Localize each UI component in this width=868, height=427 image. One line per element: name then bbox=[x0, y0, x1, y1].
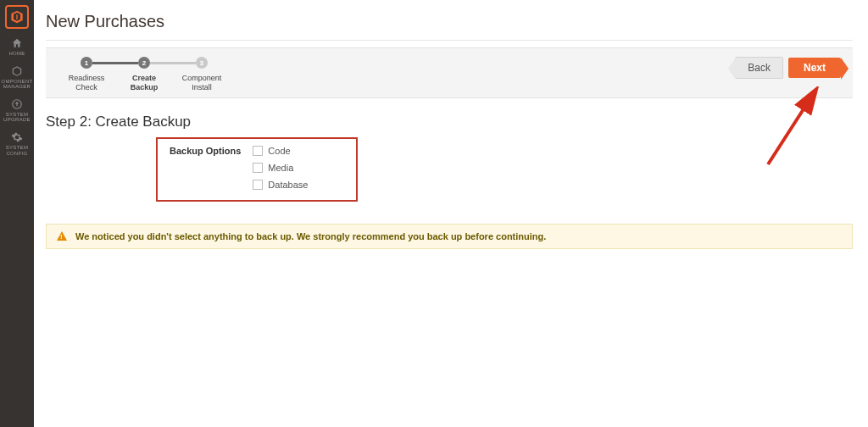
option-label: Code bbox=[268, 146, 290, 156]
checkbox-icon bbox=[253, 146, 263, 156]
nav-system-upgrade[interactable]: SYSTEM UPGRADE bbox=[3, 98, 31, 123]
back-button[interactable]: Back bbox=[735, 57, 783, 79]
step-label: Component Install bbox=[173, 74, 231, 92]
divider bbox=[46, 40, 853, 41]
backup-option-code[interactable]: Code bbox=[253, 146, 308, 156]
wizard-nav-buttons: Back Next bbox=[735, 57, 841, 79]
nav-label: HOME bbox=[8, 51, 25, 57]
nav-label: SYSTEM UPGRADE bbox=[3, 112, 31, 123]
next-button[interactable]: Next bbox=[788, 58, 841, 78]
step-component-install: 3 Component Install bbox=[173, 57, 231, 92]
page-title: New Purchases bbox=[46, 12, 853, 31]
nav-home[interactable]: HOME bbox=[8, 37, 25, 57]
step-dot: 3 bbox=[196, 57, 208, 69]
home-icon bbox=[11, 37, 23, 49]
nav-component-manager[interactable]: OMPONENT MANAGER bbox=[1, 65, 32, 90]
checkbox-icon bbox=[253, 163, 263, 173]
gear-icon bbox=[11, 131, 23, 143]
step-dot: 2 bbox=[138, 57, 150, 69]
warning-icon bbox=[57, 231, 67, 241]
nav-system-config[interactable]: SYSTEM CONFIG bbox=[6, 131, 28, 156]
step-label: Create Backup bbox=[115, 74, 173, 92]
backup-option-database[interactable]: Database bbox=[253, 180, 308, 190]
wizard-step-bar: 1 Readiness Check 2 Create Backup 3 Comp… bbox=[46, 47, 853, 98]
backup-options-group: Backup Options Code Media Database bbox=[156, 137, 358, 202]
main-content: New Purchases 1 Readiness Check 2 Create… bbox=[34, 0, 868, 427]
option-label: Database bbox=[268, 180, 308, 190]
backup-options-label: Backup Options bbox=[170, 146, 241, 156]
backup-option-media[interactable]: Media bbox=[253, 163, 308, 173]
option-label: Media bbox=[268, 163, 293, 173]
backup-options-list: Code Media Database bbox=[253, 146, 308, 190]
magento-logo bbox=[5, 5, 29, 29]
section-title: Step 2: Create Backup bbox=[46, 114, 853, 130]
step-create-backup: 2 Create Backup bbox=[115, 57, 173, 92]
checkbox-icon bbox=[253, 180, 263, 190]
magento-logo-icon bbox=[10, 10, 24, 24]
warning-text: We noticed you didn't select anything to… bbox=[75, 231, 546, 241]
wizard-steps: 1 Readiness Check 2 Create Backup 3 Comp… bbox=[58, 57, 231, 92]
warning-banner: We noticed you didn't select anything to… bbox=[46, 224, 853, 249]
upgrade-icon bbox=[11, 98, 23, 110]
step-dot: 1 bbox=[81, 57, 92, 69]
cube-icon bbox=[11, 65, 23, 77]
step-label: Readiness Check bbox=[58, 74, 115, 92]
step-readiness-check: 1 Readiness Check bbox=[58, 57, 115, 92]
nav-label: OMPONENT MANAGER bbox=[1, 79, 32, 90]
nav-label: SYSTEM CONFIG bbox=[6, 145, 28, 156]
admin-sidebar: HOME OMPONENT MANAGER SYSTEM UPGRADE SYS… bbox=[0, 0, 34, 427]
